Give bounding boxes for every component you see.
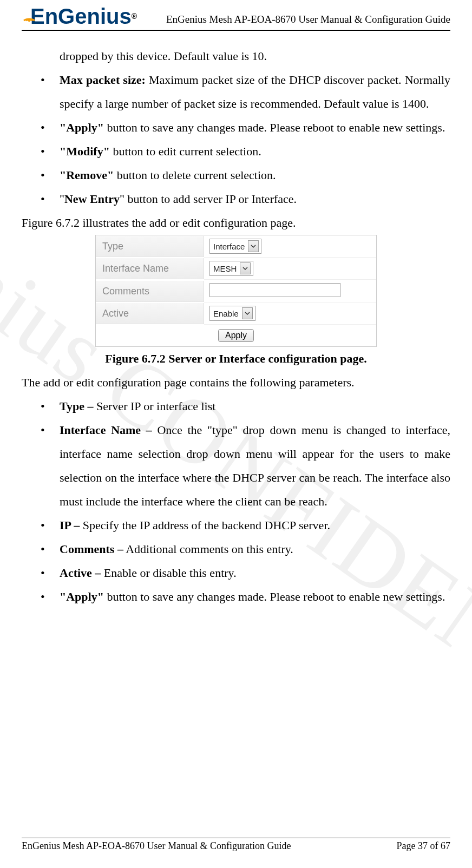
label-interface-name: Interface Name [96, 258, 204, 279]
bullet-bold: Max packet size: [60, 73, 146, 87]
bullet-rest: Specify the IP address of the backend DH… [80, 518, 330, 532]
form-row-interface-name: Interface Name MESH [96, 258, 376, 280]
svg-point-0 [28, 19, 30, 22]
bullet-bold: "Modify" [60, 144, 110, 158]
list-item: Interface Name – Once the "type" drop do… [22, 418, 450, 514]
registered-mark: ® [132, 12, 137, 20]
type-select[interactable]: Interface [209, 239, 261, 254]
list-item: IP – Specify the IP address of the backe… [22, 514, 450, 537]
figure-caption: Figure 6.7.2 Server or Interface configu… [22, 347, 450, 371]
chevron-down-icon [242, 307, 253, 319]
list-item: Type – Server IP or interface list [22, 394, 450, 418]
page-header: EnGenius® EnGenius Mesh AP-EOA-8670 User… [22, 0, 450, 31]
bullet-list-bottom: Type – Server IP or interface list Inter… [22, 394, 450, 609]
bullet-rest: button to save any changes made. Please … [104, 121, 445, 134]
apply-button[interactable]: Apply [218, 329, 254, 342]
header-doc-title: EnGenius Mesh AP-EOA-8670 User Manual & … [166, 14, 450, 27]
form-row-type: Type Interface [96, 235, 376, 258]
list-item: Active – Enable or disable this entry. [22, 561, 450, 585]
logo-text: EnGenius [30, 5, 132, 27]
bullet-bold: "Apply" [60, 121, 104, 134]
interface-name-select[interactable]: MESH [209, 261, 253, 276]
bullet-bold: New Entry [64, 192, 120, 206]
config-form: Type Interface Interface Name MESH [95, 235, 377, 347]
bullet-bold: "Remove" [60, 168, 114, 182]
list-item: "Modify" button to edit current selectio… [22, 140, 450, 163]
bullet-bold: IP – [60, 518, 80, 532]
label-type: Type [96, 236, 204, 257]
list-item: Comments – Additional comments on this e… [22, 537, 450, 561]
page: EnGenius CONFIDENTIAL EnGenius® EnGenius… [0, 0, 472, 868]
bullet-pre: " [60, 192, 64, 206]
form-row-active: Active Enable [96, 303, 376, 325]
bullet-bold: Active – [60, 566, 101, 580]
bullet-post: " button to add server IP or Interface. [120, 192, 297, 206]
bullet-rest: button to edit current selection. [110, 144, 261, 158]
bullet-rest: Server IP or interface list [94, 399, 216, 413]
bullet-bold: Interface Name – [60, 423, 152, 437]
form-apply-row: Apply [96, 325, 376, 346]
comments-input[interactable] [209, 283, 340, 297]
chevron-down-icon [248, 240, 259, 252]
page-footer: EnGenius Mesh AP-EOA-8670 User Manual & … [22, 838, 450, 852]
bullet-rest: Enable or disable this entry. [101, 566, 236, 580]
type-select-value: Interface [213, 242, 245, 251]
list-item: "New Entry" button to add server IP or I… [22, 187, 450, 211]
bullet-rest: button to delete current selection. [114, 168, 276, 182]
label-active: Active [96, 303, 204, 324]
label-comments: Comments [96, 281, 204, 302]
bullet-rest: button to save any changes made. Please … [104, 590, 445, 603]
list-item: "Remove" button to delete current select… [22, 163, 450, 187]
footer-right: Page 37 of 67 [397, 840, 450, 852]
list-item: "Apply" button to save any changes made.… [22, 585, 450, 609]
bullet-bold: Type – [60, 399, 94, 413]
list-item: Max packet size: Maximum packet size of … [22, 68, 450, 116]
continuation-line: dropped by this device. Default value is… [22, 44, 450, 68]
active-value: Enable [213, 310, 239, 318]
apply-button-label: Apply [225, 331, 247, 340]
intro-paragraph: The add or edit configuration page conta… [22, 371, 450, 394]
chevron-down-icon [240, 262, 251, 274]
figure-reference: Figure 6.7.2 illustrates the add or edit… [22, 211, 450, 235]
bullet-bold: "Apply" [60, 590, 104, 603]
active-select[interactable]: Enable [209, 306, 255, 321]
interface-name-value: MESH [213, 265, 237, 273]
body-text: dropped by this device. Default value is… [22, 44, 450, 609]
signal-icon [22, 3, 37, 25]
brand-logo: EnGenius® [22, 5, 137, 27]
bullet-list-top: Max packet size: Maximum packet size of … [22, 68, 450, 211]
bullet-bold: Comments – [60, 542, 123, 556]
list-item: "Apply" button to save any changes made.… [22, 116, 450, 140]
bullet-rest: Additional comments on this entry. [123, 542, 293, 556]
footer-left: EnGenius Mesh AP-EOA-8670 User Manual & … [22, 840, 291, 852]
form-row-comments: Comments [96, 280, 376, 303]
